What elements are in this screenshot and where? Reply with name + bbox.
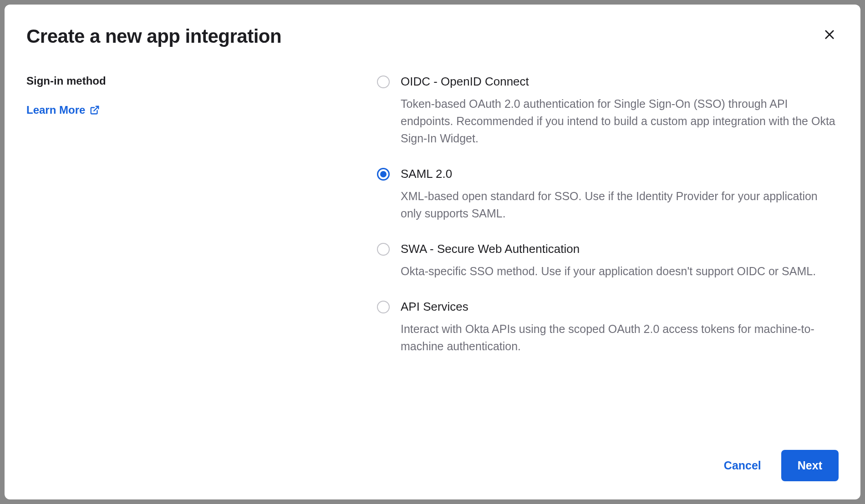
option-swa[interactable]: SWA - Secure Web Authentication Okta-spe… [377, 242, 839, 280]
close-button[interactable] [820, 25, 839, 44]
option-description: Token-based OAuth 2.0 authentication for… [401, 95, 839, 147]
option-description: XML-based open standard for SSO. Use if … [401, 187, 839, 222]
modal-title: Create a new app integration [26, 25, 839, 47]
cancel-button[interactable]: Cancel [722, 454, 763, 477]
option-description: Interact with Okta APIs using the scoped… [401, 320, 839, 355]
modal-content: Sign-in method Learn More OIDC - OpenID … [26, 75, 839, 450]
option-title: OIDC - OpenID Connect [401, 75, 839, 89]
option-content: API Services Interact with Okta APIs usi… [401, 300, 839, 355]
options-column: OIDC - OpenID Connect Token-based OAuth … [377, 75, 839, 450]
svg-line-2 [94, 106, 99, 111]
radio-icon [377, 243, 390, 256]
radio-icon [377, 301, 390, 313]
learn-more-text: Learn More [26, 104, 85, 116]
option-oidc[interactable]: OIDC - OpenID Connect Token-based OAuth … [377, 75, 839, 147]
next-button[interactable]: Next [781, 450, 839, 481]
option-content: SAML 2.0 XML-based open standard for SSO… [401, 167, 839, 222]
option-description: Okta-specific SSO method. Use if your ap… [401, 262, 839, 280]
modal-footer: Cancel Next [26, 450, 839, 481]
radio-icon [377, 168, 390, 181]
section-label: Sign-in method [26, 75, 359, 87]
option-title: SWA - Secure Web Authentication [401, 242, 839, 256]
option-saml[interactable]: SAML 2.0 XML-based open standard for SSO… [377, 167, 839, 222]
option-api-services[interactable]: API Services Interact with Okta APIs usi… [377, 300, 839, 355]
option-content: SWA - Secure Web Authentication Okta-spe… [401, 242, 839, 280]
option-content: OIDC - OpenID Connect Token-based OAuth … [401, 75, 839, 147]
option-title: SAML 2.0 [401, 167, 839, 181]
learn-more-link[interactable]: Learn More [26, 104, 100, 116]
create-app-modal: Create a new app integration Sign-in met… [5, 5, 860, 499]
radio-icon [377, 76, 390, 88]
external-link-icon [90, 105, 100, 115]
option-title: API Services [401, 300, 839, 314]
close-icon [823, 28, 836, 41]
left-column: Sign-in method Learn More [26, 75, 359, 450]
